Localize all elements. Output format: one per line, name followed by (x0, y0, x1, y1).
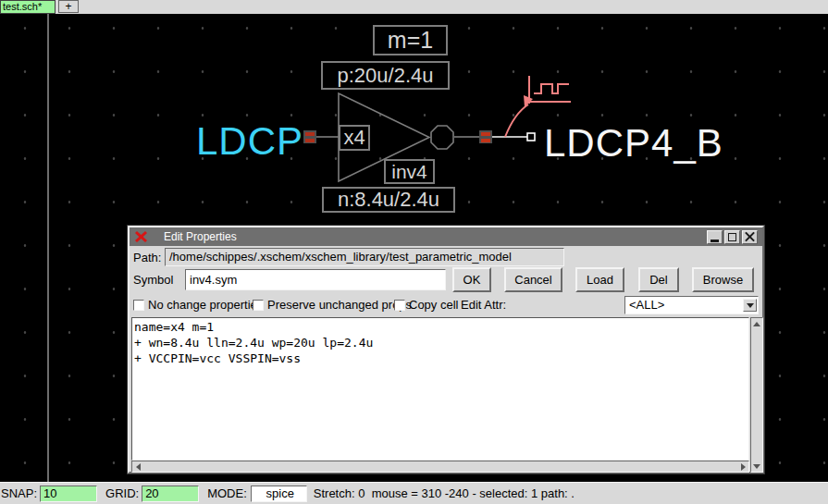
scroll-left-button[interactable] (132, 461, 143, 472)
output-pin[interactable] (479, 130, 492, 143)
attr-m-text[interactable]: m=1 (373, 25, 448, 55)
dialog-titlebar[interactable]: Edit Properties (130, 227, 762, 246)
attr-n-text[interactable]: n:8.4u/2.4u (322, 187, 455, 213)
maximize-icon (728, 233, 736, 241)
properties-textarea[interactable]: name=x4 m=1 + wn=8.4u lln=2.4u wp=20u lp… (131, 317, 749, 461)
tab-bar: test.sch* + (0, 0, 828, 14)
dialog-title: Edit Properties (164, 230, 237, 243)
edit-attr-value: <ALL> (629, 298, 664, 312)
path-label: Path: (133, 251, 161, 264)
combobox-dropdown-button[interactable] (743, 299, 757, 312)
status-info-text: Stretch: 0 mouse = 310 -240 - selected: … (314, 486, 575, 500)
path-value: /home/schippes/.xschem/xschem_library/te… (165, 248, 564, 266)
net-label-ldcp4b[interactable]: LDCP4_B (544, 121, 723, 166)
output-pin-bar (481, 139, 490, 142)
launcher-pulse-wave (534, 84, 569, 93)
arrow-up-icon (753, 322, 760, 326)
minimize-button[interactable] (707, 230, 723, 244)
browse-button[interactable]: Browse (692, 267, 754, 292)
scroll-right-button[interactable] (737, 461, 748, 472)
preserve-unchanged-props-label: Preserve unchanged props (267, 298, 412, 312)
attr-p-text[interactable]: p:20u/2.4u (321, 61, 450, 90)
arrow-right-icon (741, 463, 746, 471)
arrow-down-icon (753, 464, 760, 469)
symbol-input[interactable] (185, 269, 446, 290)
close-button[interactable] (742, 230, 758, 244)
input-pin-bar (305, 139, 315, 142)
maximize-button[interactable] (724, 230, 740, 244)
launcher-leader-curve (505, 104, 528, 137)
scroll-down-button[interactable] (751, 461, 762, 472)
chevron-down-icon (747, 303, 754, 308)
net-label-ldcp[interactable]: LDCP (196, 119, 303, 164)
del-button[interactable]: Del (638, 267, 679, 292)
mode-label: MODE: (207, 486, 247, 500)
copy-cell-checkbox[interactable] (394, 300, 405, 311)
inverter-bubble (431, 126, 453, 149)
cancel-button[interactable]: Cancel (504, 267, 562, 292)
preserve-unchanged-props-checkbox[interactable] (253, 300, 264, 311)
symbol-name-text[interactable]: inv4 (384, 159, 435, 184)
tab-test-sch[interactable]: test.sch* (0, 0, 56, 14)
status-bar: SNAP: GRID: MODE: Stretch: 0 mouse = 310… (0, 482, 828, 504)
close-icon (745, 232, 755, 242)
grid-input[interactable] (142, 486, 199, 502)
input-pin-bar (305, 132, 315, 136)
output-pin-bar (481, 132, 490, 136)
input-pin[interactable] (303, 130, 316, 143)
xschem-window: test.sch* + (0, 0, 828, 504)
output-wire[interactable] (492, 133, 535, 141)
snap-input[interactable] (40, 486, 97, 502)
snap-label: SNAP: (1, 486, 37, 500)
load-button[interactable]: Load (575, 267, 624, 292)
horizontal-scrollbar[interactable] (131, 461, 749, 473)
no-change-properties-label: No change properties (148, 298, 263, 312)
symbol-label: Symbol (133, 273, 173, 287)
instance-mult-text[interactable]: x4 (339, 125, 370, 151)
minimize-icon (711, 240, 719, 242)
xschem-logo-icon (134, 230, 149, 243)
edit-attr-combobox[interactable]: <ALL> (624, 296, 759, 314)
wire-open-end (527, 133, 535, 141)
vertical-scrollbar[interactable] (750, 317, 763, 473)
edit-properties-dialog: Edit Properties Path: /home/schippes/.xs… (128, 226, 764, 473)
edit-attr-label: Edit Attr: (461, 298, 506, 312)
new-tab-button[interactable]: + (58, 0, 79, 13)
no-change-properties-checkbox[interactable] (133, 300, 144, 311)
mode-input[interactable] (251, 486, 307, 502)
dialog-body: Path: /home/schippes/.xschem/xschem_libr… (130, 246, 762, 472)
arrow-left-icon (136, 463, 141, 471)
copy-cell-label: Copy cell (409, 298, 458, 312)
scroll-up-button[interactable] (751, 318, 762, 329)
ok-button[interactable]: OK (452, 267, 491, 292)
grid-label: GRID: (105, 486, 139, 500)
